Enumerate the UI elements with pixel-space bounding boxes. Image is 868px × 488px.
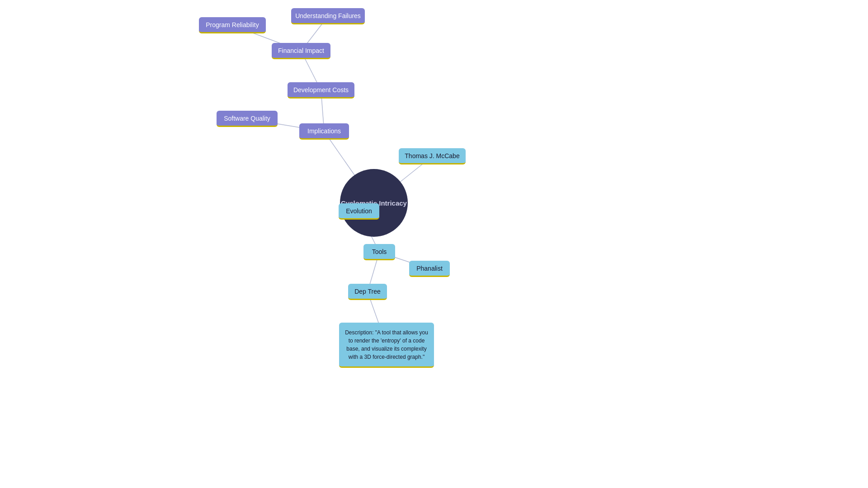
description-label: Description: "A tool that allows you to … bbox=[344, 328, 429, 361]
dep_tree-node[interactable]: Dep Tree bbox=[348, 284, 387, 300]
description-node[interactable]: Description: "A tool that allows you to … bbox=[339, 323, 434, 368]
evolution-node[interactable]: Evolution bbox=[339, 203, 379, 220]
dep_tree-label: Dep Tree bbox=[354, 288, 381, 295]
implications-label: Implications bbox=[307, 127, 341, 135]
tools-label: Tools bbox=[372, 248, 387, 255]
understanding_failures-label: Understanding Failures bbox=[295, 12, 361, 19]
software_quality-label: Software Quality bbox=[224, 115, 270, 122]
phanalist-label: Phanalist bbox=[416, 265, 443, 272]
financial_impact-node[interactable]: Financial Impact bbox=[272, 43, 330, 59]
thomas_mccabe-label: Thomas J. McCabe bbox=[405, 152, 459, 160]
understanding_failures-node[interactable]: Understanding Failures bbox=[291, 8, 365, 24]
development_costs-label: Development Costs bbox=[293, 86, 349, 94]
connections-svg bbox=[0, 0, 868, 488]
phanalist-node[interactable]: Phanalist bbox=[409, 261, 450, 277]
software_quality-node[interactable]: Software Quality bbox=[217, 111, 278, 127]
center-node[interactable]: Cyclomatic Intricacy bbox=[340, 169, 408, 237]
development_costs-node[interactable]: Development Costs bbox=[288, 82, 354, 99]
mind-map-canvas: Cyclomatic IntricacyUnderstanding Failur… bbox=[0, 0, 868, 488]
thomas_mccabe-node[interactable]: Thomas J. McCabe bbox=[399, 148, 466, 164]
tools-node[interactable]: Tools bbox=[363, 244, 395, 260]
program_reliability-label: Program Reliability bbox=[206, 21, 259, 28]
financial_impact-label: Financial Impact bbox=[278, 47, 324, 54]
program_reliability-node[interactable]: Program Reliability bbox=[199, 17, 266, 33]
evolution-label: Evolution bbox=[346, 207, 372, 215]
implications-node[interactable]: Implications bbox=[299, 123, 349, 140]
